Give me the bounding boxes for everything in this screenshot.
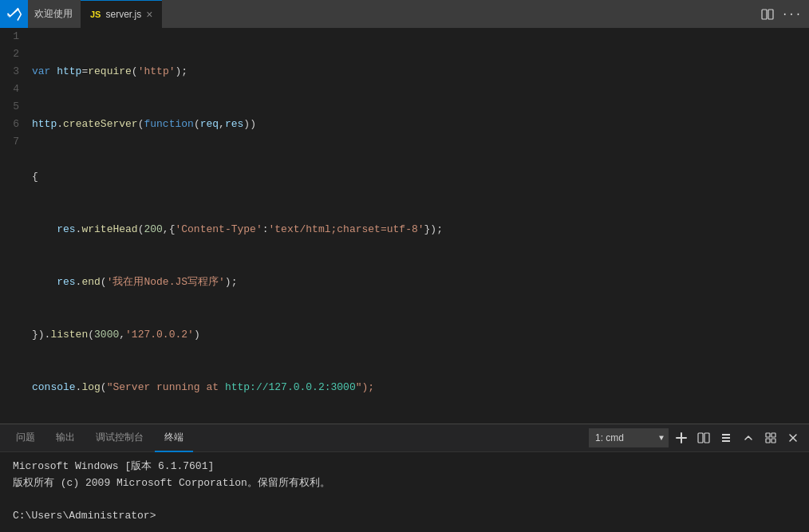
tab-output[interactable]: 输出 bbox=[46, 424, 85, 452]
editor-area: 1 2 3 4 5 6 7 var http=require('http'); … bbox=[0, 28, 809, 424]
panel-tab-actions: 1: cmd ▼ bbox=[589, 428, 803, 447]
tab-close-button[interactable]: × bbox=[146, 9, 152, 20]
editor-main[interactable]: 1 2 3 4 5 6 7 var http=require('http'); … bbox=[0, 28, 745, 424]
terminal-line-3 bbox=[13, 492, 796, 509]
code-line-1: var http=require('http'); bbox=[32, 63, 745, 81]
split-terminal-button[interactable] bbox=[694, 428, 713, 447]
welcome-label: 欢迎使用 bbox=[34, 7, 73, 21]
close-panel-button[interactable] bbox=[783, 428, 803, 447]
code-line-4: res.writeHead(200,{'Content-Type':'text/… bbox=[32, 221, 745, 238]
tab-server-js[interactable]: JS server.js × bbox=[81, 0, 162, 28]
code-editor[interactable]: var http=require('http'); http.createSer… bbox=[32, 28, 745, 424]
js-file-icon: JS bbox=[90, 10, 101, 19]
svg-rect-3 bbox=[704, 433, 709, 443]
kill-terminal-button[interactable] bbox=[716, 428, 736, 447]
split-editor-button[interactable] bbox=[756, 3, 779, 26]
tab-filename: server.js bbox=[105, 9, 141, 20]
tab-terminal[interactable]: 终端 bbox=[155, 424, 193, 452]
terminal-select[interactable]: 1: cmd bbox=[589, 428, 669, 447]
panel-tabs-bar: 问题 输出 调试控制台 终端 1: cmd ▼ bbox=[0, 424, 809, 452]
title-bar: 欢迎使用 JS server.js × ··· bbox=[0, 0, 809, 28]
terminal-select-wrapper[interactable]: 1: cmd ▼ bbox=[589, 428, 669, 447]
collapse-up-button[interactable] bbox=[739, 428, 758, 447]
new-terminal-button[interactable] bbox=[672, 428, 691, 447]
code-line-5: res.end('我在用Node.JS写程序'); bbox=[32, 274, 745, 291]
titlebar-actions: ··· bbox=[756, 3, 809, 26]
code-line-6: }).listen(3000,'127.0.0.2') bbox=[32, 326, 745, 344]
svg-rect-5 bbox=[772, 433, 775, 437]
more-actions-button[interactable]: ··· bbox=[780, 3, 803, 26]
terminal-prompt: C:\Users\Administrator> bbox=[13, 508, 796, 525]
editor-tabs: JS server.js × bbox=[81, 0, 162, 28]
svg-rect-7 bbox=[772, 439, 775, 443]
panel: 问题 输出 调试控制台 终端 1: cmd ▼ bbox=[0, 424, 809, 532]
svg-rect-1 bbox=[768, 10, 773, 19]
tab-debug-console[interactable]: 调试控制台 bbox=[86, 424, 153, 452]
code-line-7: console.log("Server running at http://12… bbox=[32, 379, 745, 396]
more-icon: ··· bbox=[781, 8, 801, 21]
terminal-line-2: 版权所有 (c) 2009 Microsoft Corporation。保留所有… bbox=[13, 475, 796, 492]
code-line-2: http.createServer(function(req,res)) bbox=[32, 116, 745, 133]
tab-problems[interactable]: 问题 bbox=[6, 424, 45, 452]
svg-rect-2 bbox=[698, 433, 703, 443]
vscode-logo bbox=[0, 0, 28, 28]
svg-rect-4 bbox=[766, 433, 770, 437]
minimap bbox=[745, 28, 809, 424]
svg-rect-0 bbox=[762, 10, 767, 19]
terminal-line-1: Microsoft Windows [版本 6.1.7601] bbox=[13, 459, 796, 475]
svg-rect-6 bbox=[766, 439, 770, 443]
terminal-content[interactable]: Microsoft Windows [版本 6.1.7601] 版权所有 (c)… bbox=[0, 452, 809, 532]
code-line-3: { bbox=[32, 168, 745, 186]
line-numbers: 1 2 3 4 5 6 7 bbox=[0, 28, 32, 424]
maximize-panel-button[interactable] bbox=[761, 428, 780, 447]
